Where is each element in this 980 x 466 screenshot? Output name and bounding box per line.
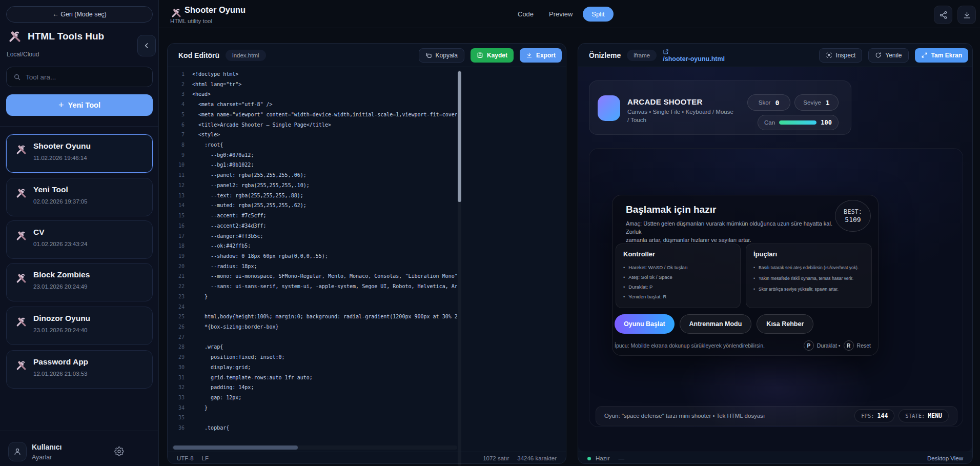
inspect-label: Inspect [836, 52, 856, 59]
code-line: 2 <html lang="tr"> [168, 79, 457, 90]
code-line: 22 --sans: ui-sans-serif, system-ui, -ap… [168, 281, 457, 292]
tool-name: Dinozor Oyunu [33, 314, 145, 323]
tips-item-text: Yakın mesafede riskli oynama, temas hasa… [759, 273, 853, 284]
code-line: 26 *{box-sizing:border-box} [168, 322, 457, 332]
line-content: :root{ [192, 140, 223, 150]
game-action-button[interactable]: Kısa Rehber [757, 314, 813, 334]
controls-item-text: Duraklat: P [628, 282, 652, 292]
code-line: 17 --danger:#ff3b5c; [168, 231, 457, 241]
controls-item-text: Hareket: WASD / Ok tuşları [628, 262, 687, 272]
line-number: 23 [168, 292, 192, 302]
iframe-badge: iframe [627, 50, 657, 61]
modal-title: Başlamak için hazır [626, 204, 871, 215]
bullet: • [753, 284, 755, 295]
file-tab-index-html[interactable]: index.html [226, 50, 266, 61]
game-info-bar: Oyun: "space defense" tarzı mini shooter… [596, 406, 957, 426]
line-content: <meta name="viewport" content="width=dev… [192, 110, 457, 120]
ready-dot-icon [587, 457, 591, 460]
vertical-scrollbar-thumb[interactable] [458, 71, 461, 202]
tool-list-item[interactable]: CV 01.02.2026 23:43:24 [6, 220, 153, 259]
code-line: 9 --bg0:#070a12; [168, 150, 457, 160]
line-number: 3 [168, 89, 192, 99]
editor-statusbar: UTF-8 LF 1072 satır 34246 karakter [168, 452, 566, 464]
line-number: 10 [168, 160, 192, 170]
best-value: 5109 [845, 216, 861, 224]
health-badge: Can 100 [758, 115, 839, 130]
share-button[interactable] [934, 6, 952, 24]
code-line: 16 --accent2:#34d3ff; [168, 221, 457, 231]
code-textarea[interactable]: 1 <!doctype html> 2 <html lang="tr"> 3 <… [168, 69, 457, 435]
refresh-label: Yenile [885, 52, 902, 59]
user-section[interactable]: Kullanıcı Ayarlar [0, 437, 159, 466]
back-mode-select-button[interactable]: ← Geri (Mode seç) [6, 6, 153, 23]
new-tool-button[interactable]: + Yeni Tool [6, 94, 153, 116]
search-input[interactable] [26, 73, 146, 81]
view-mode-tab[interactable]: Split [583, 7, 613, 22]
code-line: 30 display:grid; [168, 362, 457, 373]
refresh-button[interactable]: Yenile [868, 48, 908, 63]
tool-name: Shooter Oyunu [33, 141, 145, 151]
line-number: 8 [168, 140, 192, 150]
bullet: • [753, 262, 755, 273]
tool-name: Block Zombies [33, 270, 145, 279]
settings-button[interactable] [113, 445, 125, 457]
sidebar-collapse-button[interactable] [137, 35, 156, 56]
view-mode-tab[interactable]: Preview [544, 7, 578, 22]
search-icon [13, 73, 21, 81]
code-line: 29 position:fixed; inset:0; [168, 352, 457, 362]
line-number: 14 [168, 200, 192, 211]
line-content: <html lang="tr"> [192, 79, 241, 90]
health-label: Can [764, 119, 775, 126]
key-p-badge: P [804, 340, 814, 351]
inspect-icon [826, 52, 832, 58]
share-icon [939, 11, 948, 19]
fullscreen-label: Tam Ekran [931, 52, 962, 59]
key-r-badge: R [844, 340, 854, 351]
download-button[interactable] [957, 6, 976, 24]
fullscreen-button[interactable]: Tam Ekran [915, 48, 968, 63]
tool-list-item[interactable]: Dinozor Oyunu 23.01.2026 20:24:40 [6, 307, 153, 345]
preview-statusbar: Hazır — Desktop View [578, 452, 972, 464]
game-action-button[interactable]: Oyunu Başlat [615, 314, 675, 334]
tools-icon [15, 315, 28, 328]
view-mode-tab[interactable]: Code [513, 7, 539, 22]
export-button[interactable]: Export [520, 48, 562, 63]
line-number: 12 [168, 180, 192, 191]
save-button[interactable]: Kaydet [471, 48, 514, 63]
score-value: 0 [775, 99, 779, 107]
tools-icon [15, 229, 28, 242]
fps-badge: FPS: 144 [854, 409, 894, 422]
inspect-button[interactable]: Inspect [819, 48, 863, 63]
desc-line-1: Amaç: Üstten gelen düşmanları vurarak mü… [626, 220, 832, 235]
line-content: } [192, 403, 208, 413]
line-content: display:grid; [192, 362, 251, 373]
save-label: Kaydet [487, 52, 507, 59]
view-mode-tabs: Code Preview Split [513, 7, 614, 22]
tool-list-item[interactable]: Shooter Oyunu 11.02.2026 19:46:14 [6, 134, 153, 173]
line-number: 30 [168, 362, 192, 373]
code-line: 24 [168, 302, 457, 312]
line-number: 7 [168, 130, 192, 140]
code-line: 20 --radius: 18px; [168, 261, 457, 272]
line-number: 31 [168, 373, 192, 383]
tools-icon [15, 143, 28, 156]
code-line: 25 html,body{height:100%; margin:0; back… [168, 312, 457, 322]
controls-list: •Hareket: WASD / Ok tuşları •Ateş: Sol t… [623, 262, 733, 301]
level-badge: Seviye 1 [794, 94, 839, 111]
line-content: <title>Arcade Shooter — Single Page</tit… [192, 120, 331, 130]
line-content: --panel2: rgba(255,255,255,.10); [192, 180, 310, 191]
viewport-mode[interactable]: Desktop View [927, 455, 963, 461]
game-action-button[interactable]: Antrenman Modu [680, 314, 752, 334]
tool-list-item[interactable]: Block Zombies 23.01.2026 20:24:49 [6, 263, 153, 301]
tool-list-item[interactable]: Password App 12.01.2026 21:03:53 [6, 350, 153, 389]
key-p-label: Duraklat • [817, 342, 841, 349]
chevron-left-icon [142, 42, 151, 50]
tool-list-item[interactable]: Yeni Tool 02.02.2026 19:37:05 [6, 178, 153, 216]
code-line: 13 --text: rgba(255,255,255,.88); [168, 191, 457, 201]
line-number: 21 [168, 271, 192, 281]
horizontal-scrollbar-thumb[interactable] [173, 445, 298, 450]
preview-url-link[interactable]: /shooter-oyunu.html [663, 49, 725, 62]
copy-button[interactable]: Kopyala [419, 48, 464, 63]
code-line: 11 --panel: rgba(255,255,255,.06); [168, 170, 457, 180]
download-icon [963, 11, 971, 19]
